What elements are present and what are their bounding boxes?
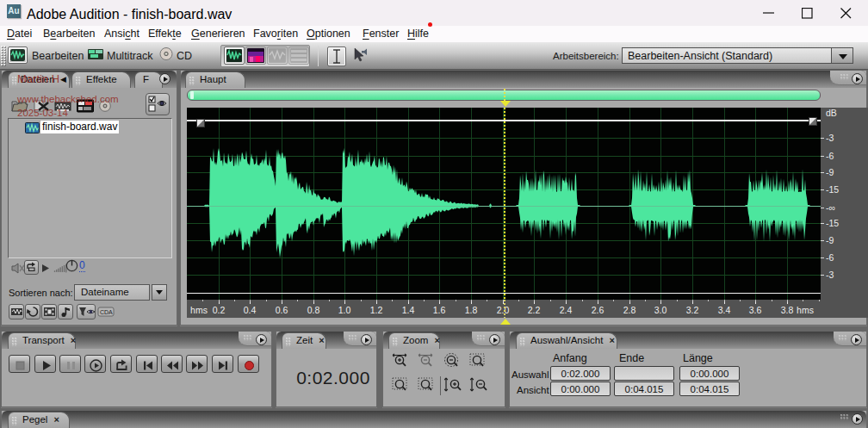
svg-text:CDA: CDA [100,309,113,315]
